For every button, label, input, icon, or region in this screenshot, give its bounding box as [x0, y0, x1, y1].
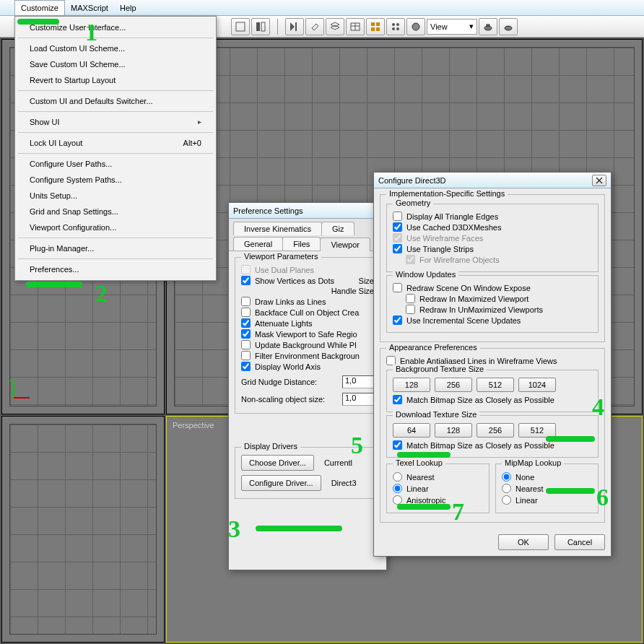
menu-customize[interactable]: Customize	[14, 0, 65, 15]
chk-backface-cull[interactable]	[241, 308, 251, 317]
dd-plugin-manager[interactable]: Plug-in Manager...	[15, 240, 216, 256]
dd-revert-layout[interactable]: Revert to Startup Layout	[15, 72, 216, 88]
layers-icon[interactable]	[326, 18, 344, 35]
chk-redraw-expose[interactable]	[393, 283, 402, 292]
dd-load-scheme[interactable]: Load Custom UI Scheme...	[15, 40, 216, 56]
chk-cached-meshes[interactable]	[393, 222, 402, 232]
window-updates-group: Window Updates Redraw Scene On Window Ex…	[386, 275, 599, 333]
eraser-icon[interactable]	[305, 18, 324, 35]
dl-256[interactable]: 256	[477, 423, 514, 438]
svg-rect-1	[256, 22, 260, 31]
mip-nearest[interactable]	[502, 484, 511, 493]
material-icon[interactable]	[406, 18, 425, 35]
choose-driver-button[interactable]: Choose Driver...	[241, 455, 314, 471]
tab-files[interactable]: Files	[282, 237, 321, 251]
dd-viewport-config[interactable]: Viewport Configuration...	[15, 219, 216, 235]
dd-grid-snap[interactable]: Grid and Snap Settings...	[15, 204, 216, 219]
d3d-title: Configure Direct3D	[374, 173, 611, 188]
menu-help[interactable]: Help	[114, 0, 142, 15]
mip-linear[interactable]	[502, 495, 511, 505]
toolbar-btn-b[interactable]	[251, 18, 270, 35]
tab-ik[interactable]: Inverse Kinematics	[233, 222, 322, 235]
dd-show-ui[interactable]: Show UI	[15, 114, 216, 130]
svg-rect-14	[376, 27, 380, 31]
grid-nudge-field[interactable]: 1,0	[342, 375, 374, 388]
nonscale-field[interactable]: 1,0	[342, 393, 374, 406]
chk-update-bg[interactable]	[241, 340, 251, 349]
dl-512[interactable]: 512	[518, 423, 556, 438]
dd-user-paths[interactable]: Configure User Paths...	[15, 156, 216, 172]
bg-256[interactable]: 256	[435, 378, 472, 392]
chk-mask-safe[interactable]	[241, 329, 251, 339]
svg-text:z: z	[9, 378, 14, 383]
svg-point-16	[396, 23, 399, 26]
svg-marker-6	[331, 22, 339, 27]
skip-forward-icon[interactable]	[285, 18, 304, 35]
texel-nearest[interactable]	[393, 472, 402, 482]
dl-128[interactable]: 128	[435, 423, 472, 438]
configure-driver-button[interactable]: Configure Driver...	[241, 475, 321, 491]
svg-point-22	[505, 26, 512, 30]
dd-lock-ui[interactable]: Lock UI LayoutAlt+0	[15, 135, 216, 151]
dd-save-scheme[interactable]: Save Custom UI Scheme...	[15, 56, 216, 72]
chk-attenuate-lights[interactable]	[241, 318, 251, 328]
cancel-button[interactable]: Cancel	[554, 534, 605, 550]
bg-texture-group: Background Texture Size 128 256 512 1024…	[386, 370, 599, 412]
chk-filter-env[interactable]	[241, 351, 251, 360]
close-icon[interactable]	[592, 175, 606, 186]
chk-tri-strips[interactable]	[393, 244, 402, 253]
teapot-render-icon[interactable]	[479, 18, 497, 35]
chk-bg-match[interactable]	[393, 395, 402, 404]
svg-marker-5	[312, 24, 318, 30]
svg-rect-13	[371, 27, 375, 31]
svg-rect-4	[295, 22, 297, 31]
chk-world-axis[interactable]	[241, 362, 251, 371]
bg-128[interactable]: 128	[393, 378, 430, 392]
texel-lookup-group: Texel Lookup Nearest Linear Anisotropic	[386, 464, 489, 513]
chk-draw-links[interactable]	[241, 297, 251, 306]
bg-1024[interactable]: 1024	[518, 378, 556, 392]
dd-preferences[interactable]: Preferences...	[15, 261, 216, 277]
tab-general[interactable]: General	[233, 237, 283, 251]
table-icon[interactable]	[346, 18, 365, 35]
svg-point-15	[392, 23, 395, 26]
chk-show-vertices[interactable]	[241, 276, 251, 285]
ok-button[interactable]: OK	[498, 534, 549, 550]
teapot-prod-icon[interactable]	[499, 18, 518, 35]
svg-point-18	[396, 27, 399, 30]
geometry-group: Geometry Display All Triangle Edges Use …	[386, 204, 599, 272]
customize-dropdown: Customize User Interface... Load Custom …	[14, 16, 217, 281]
view-dropdown[interactable]: View▾	[427, 19, 477, 35]
grid-icon[interactable]	[366, 18, 385, 35]
texel-anisotropic[interactable]	[393, 495, 402, 505]
dl-64[interactable]: 64	[393, 423, 430, 438]
svg-rect-21	[487, 25, 489, 26]
viewport-label: Perspective	[173, 421, 214, 430]
chk-wf-objects	[406, 255, 415, 264]
four-circles-icon[interactable]	[386, 18, 405, 35]
svg-point-19	[412, 23, 419, 30]
toolbar-btn-a[interactable]	[231, 18, 250, 35]
chk-incremental[interactable]	[393, 316, 402, 325]
menu-maxscript[interactable]: MAXScript	[65, 0, 114, 15]
svg-rect-2	[261, 22, 265, 31]
dd-defaults-switcher[interactable]: Custom UI and Defaults Switcher...	[15, 93, 216, 109]
viewport-bottom-left[interactable]	[1, 416, 165, 643]
svg-marker-7	[331, 25, 339, 30]
dd-system-paths[interactable]: Configure System Paths...	[15, 172, 216, 188]
bg-512[interactable]: 512	[477, 378, 514, 392]
mip-none[interactable]	[502, 472, 511, 482]
chk-dual-planes	[241, 265, 251, 274]
chk-all-tri-edges[interactable]	[393, 212, 402, 221]
configure-direct3d-dialog: Configure Direct3D Implementation-Specif…	[373, 172, 612, 557]
dd-customize-ui[interactable]: Customize User Interface...	[15, 19, 216, 35]
chk-redraw-max[interactable]	[406, 294, 415, 303]
impl-specific-group: Implementation-Specific Settings Geometr…	[380, 194, 605, 342]
svg-point-17	[392, 27, 395, 30]
tab-giz[interactable]: Giz	[321, 222, 355, 235]
dd-units[interactable]: Units Setup...	[15, 188, 216, 204]
chk-dl-match[interactable]	[393, 440, 402, 450]
chk-redraw-unmax[interactable]	[406, 305, 415, 314]
texel-linear[interactable]	[393, 484, 402, 493]
tab-viewport[interactable]: Viewpor	[320, 238, 370, 251]
